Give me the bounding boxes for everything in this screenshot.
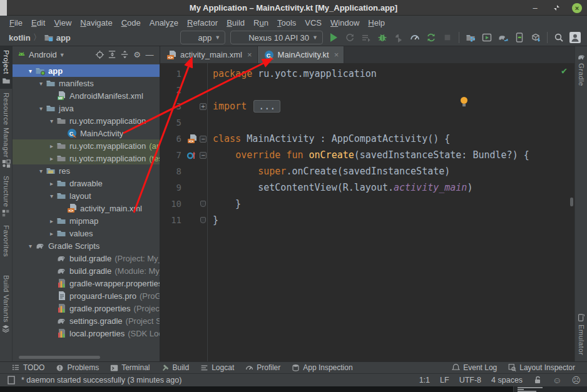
collapse-all-icon[interactable] — [118, 49, 131, 61]
tree-item-manifests[interactable]: ▾manifests — [13, 77, 160, 89]
apply-changes-button[interactable] — [359, 31, 374, 44]
sdk-manager-button[interactable] — [512, 31, 527, 44]
tool-stripe-gradle[interactable]: Gradle — [575, 49, 587, 90]
search-everywhere-button[interactable] — [551, 31, 566, 44]
tree-item-java[interactable]: ▾java — [13, 102, 160, 114]
tool-stripe-structure[interactable]: Structure — [0, 172, 13, 221]
fold-collapse-icon[interactable]: − — [200, 136, 207, 143]
code-line-1[interactable]: 1package ru.yotc.myapplication — [160, 66, 574, 82]
device-explorer-button[interactable] — [528, 31, 543, 44]
chevron-right-icon[interactable]: ▸ — [47, 230, 56, 237]
menu-refactor[interactable]: Refactor — [183, 17, 222, 29]
run-config-select[interactable]: app▼ — [180, 31, 226, 44]
line-ending[interactable]: LF — [440, 376, 449, 384]
editor-body[interactable]: ✔ 1package ru.yotc.myapplication23+impor… — [160, 63, 574, 361]
menu-view[interactable]: View — [49, 17, 76, 29]
debug-button[interactable] — [375, 31, 390, 44]
menu-vcs[interactable]: VCS — [300, 17, 326, 29]
caret-position[interactable]: 1:1 — [419, 376, 430, 384]
breadcrumb-kotlin[interactable]: kotlin — [9, 33, 31, 43]
code-line-6[interactable]: 6<>−class MainActivity : AppCompatActivi… — [160, 131, 574, 147]
fold-expand-icon[interactable]: + — [200, 103, 207, 110]
unlock-icon[interactable] — [533, 375, 543, 385]
device-select[interactable]: Nexus 10 API 30▼ — [230, 31, 323, 44]
tree-item-local-properties[interactable]: local.properties(SDK Locatio — [13, 327, 160, 339]
tool-stripe-build-variants[interactable]: Build Variants — [0, 271, 13, 337]
menu-window[interactable]: Window — [326, 17, 364, 29]
code-line-3[interactable]: 3+import ... — [160, 98, 574, 114]
tree-item-build-gradle[interactable]: build.gradle(Project: My_Ap — [13, 252, 160, 264]
fold-collapse-icon[interactable]: − — [200, 152, 207, 159]
tree-item-androidmanifest-xml[interactable]: MFAndroidManifest.xml — [13, 89, 160, 102]
menu-build[interactable]: Build — [222, 17, 249, 29]
locate-icon[interactable] — [93, 49, 106, 61]
stop-button[interactable] — [440, 31, 455, 44]
indent-setting[interactable]: 4 spaces — [491, 376, 523, 384]
menu-analyze[interactable]: Analyze — [145, 17, 183, 29]
close-tab-icon[interactable]: × — [334, 50, 339, 59]
expand-all-icon[interactable] — [106, 49, 118, 61]
close-button[interactable]: × — [572, 3, 582, 13]
restore-button[interactable] — [551, 3, 562, 14]
close-tab-icon[interactable]: × — [247, 50, 252, 59]
tool-stripe-resource-manager[interactable]: Resource Manager — [0, 89, 13, 172]
tree-item-gradle-wrapper-properties[interactable]: gradle-wrapper.properties(( — [13, 277, 160, 289]
tool-window-terminal[interactable]: Terminal — [105, 362, 155, 373]
avd-manager-button[interactable] — [479, 31, 494, 44]
profile-avatar-button[interactable] — [568, 31, 583, 44]
restart-activity-button[interactable] — [342, 31, 357, 44]
menu-file[interactable]: File — [5, 17, 27, 29]
tool-window-problems[interactable]: Problems — [50, 362, 105, 373]
tree-item-mipmap[interactable]: ▸mipmap — [13, 214, 160, 227]
breadcrumb[interactable]: kotlin〉app — [0, 32, 71, 43]
code-line-11[interactable]: 11} — [160, 212, 574, 228]
hide-icon[interactable]: — — [143, 49, 156, 61]
file-encoding[interactable]: UTF-8 — [459, 376, 481, 384]
happy-face-icon[interactable]: ☺ — [553, 375, 561, 385]
tool-window-build[interactable]: Build — [156, 362, 195, 373]
chevron-down-icon[interactable]: ▾ — [47, 193, 56, 199]
apply-code-changes-button[interactable] — [424, 31, 439, 44]
chevron-down-icon[interactable]: ▾ — [26, 68, 35, 74]
tree-item-mainactivity[interactable]: CMainActivity — [13, 127, 160, 139]
tree-item-drawable[interactable]: ▸drawable — [13, 177, 160, 189]
menu-edit[interactable]: Edit — [27, 17, 49, 29]
run-button[interactable] — [326, 31, 341, 44]
tree-item-gradle-scripts[interactable]: ▾Gradle Scripts — [13, 239, 160, 252]
code-line-2[interactable]: 2 — [160, 82, 574, 98]
chevron-right-icon[interactable]: ▸ — [47, 180, 56, 187]
tool-window-layout-inspector[interactable]: Layout Inspector — [503, 363, 581, 372]
gradle-sync-button[interactable] — [496, 31, 511, 44]
tree-horizontal-scrollbar[interactable] — [19, 356, 100, 359]
tree-item-ru-yotc-myapplication[interactable]: ▸ru.yotc.myapplication(an — [13, 139, 160, 152]
menu-run[interactable]: Run — [249, 17, 273, 29]
chevron-down-icon[interactable]: ▾ — [36, 168, 46, 174]
attach-debugger-button[interactable] — [391, 31, 406, 44]
sad-face-icon[interactable]: ☹ — [571, 375, 581, 385]
tree-item-res[interactable]: ▾res — [13, 164, 160, 177]
editor-tab-mainactivity-kt[interactable]: CMainActivity.kt × — [258, 46, 345, 63]
tool-stripe-emulator[interactable]: Emulator — [575, 310, 587, 359]
chevron-right-icon[interactable]: ▸ — [47, 218, 56, 224]
chevron-down-icon[interactable]: ▾ — [47, 118, 56, 124]
tree-item-gradle-properties[interactable]: gradle.properties(Project Pr — [13, 302, 160, 314]
tree-item-settings-gradle[interactable]: settings.gradle(Project Setti — [13, 314, 160, 327]
breadcrumb-app[interactable]: app — [56, 33, 71, 43]
tree-item-proguard-rules-pro[interactable]: proguard-rules.pro(ProGuar — [13, 289, 160, 302]
tree-item-layout[interactable]: ▾layout — [13, 189, 160, 202]
chevron-down-icon[interactable]: ▾ — [36, 80, 46, 87]
code-line-10[interactable]: 10 } — [160, 196, 574, 212]
tree-item-ru-yotc-myapplication[interactable]: ▾ru.yotc.myapplication — [13, 114, 160, 127]
tool-stripe-favorites[interactable]: Favorites — [0, 221, 13, 271]
tool-window-profiler[interactable]: Profiler — [240, 362, 286, 373]
tree-item-app[interactable]: ▾app — [13, 64, 160, 77]
tool-window-app-inspection[interactable]: App Inspection — [286, 362, 358, 373]
code-line-7[interactable]: 7− override fun onCreate(savedInstanceSt… — [160, 147, 574, 163]
tool-stripe-project[interactable]: Project — [0, 46, 13, 89]
minimize-button[interactable]: – — [529, 3, 541, 14]
project-view-selector[interactable]: Android — [29, 50, 57, 59]
code-line-8[interactable]: 8 super.onCreate(savedInstanceState) — [160, 163, 574, 179]
profile-button[interactable] — [407, 31, 422, 44]
chevron-right-icon[interactable]: ▸ — [47, 143, 56, 149]
tree-item-values[interactable]: ▸values — [13, 227, 160, 239]
